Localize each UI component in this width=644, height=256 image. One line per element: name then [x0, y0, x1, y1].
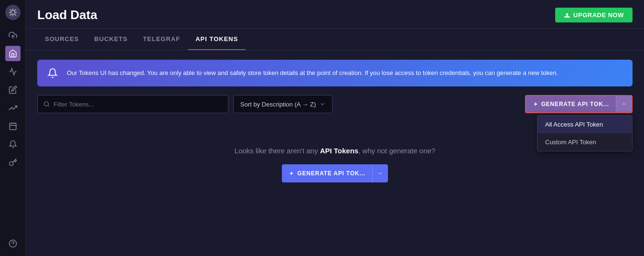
- generate-api-token-button[interactable]: GENERATE API TOK...: [525, 95, 633, 113]
- empty-state-generate-button[interactable]: GENERATE API TOK...: [282, 164, 387, 182]
- svg-point-17: [44, 102, 49, 106]
- upgrade-icon: [564, 12, 570, 19]
- bell-icon: [46, 66, 59, 80]
- svg-line-5: [10, 10, 11, 11]
- svg-line-8: [10, 14, 11, 16]
- search-icon: [43, 101, 50, 107]
- sidebar-item-home[interactable]: [5, 46, 21, 61]
- sort-button-label: Sort by Description (A → Z): [240, 101, 316, 108]
- sidebar-item-help[interactable]: [5, 236, 21, 251]
- dropdown-item-all-access[interactable]: All Access API Token: [537, 116, 632, 133]
- svg-line-6: [14, 14, 16, 16]
- tab-bar: SOURCES BUCKETS TELEGRAF API TOKENS: [26, 29, 644, 50]
- main-content: Load Data UPGRADE NOW SOURCES BUCKETS TE…: [26, 0, 644, 256]
- app-logo[interactable]: [5, 5, 21, 20]
- upgrade-button[interactable]: UPGRADE NOW: [555, 8, 633, 22]
- sidebar-item-calendar[interactable]: [5, 118, 21, 134]
- empty-text-bold: API Tokens: [320, 147, 359, 155]
- svg-rect-10: [10, 123, 16, 130]
- generate-dropdown: All Access API Token Custom API Token: [537, 115, 633, 151]
- center-generate-label: GENERATE API TOK...: [297, 170, 365, 177]
- sidebar-item-trending[interactable]: [5, 100, 21, 116]
- filter-row: Sort by Description (A → Z) GENERATE API…: [37, 95, 633, 113]
- empty-text-after: , why not generate one?: [358, 147, 435, 155]
- sidebar-item-bell[interactable]: [5, 137, 21, 152]
- chevron-up-icon: [621, 101, 627, 107]
- plus-icon: [533, 101, 538, 107]
- filter-input-wrapper[interactable]: [37, 95, 228, 113]
- banner-text: Our Tokens UI has changed. You are only …: [67, 68, 558, 78]
- sidebar-item-edit[interactable]: [5, 82, 21, 97]
- page-header: Load Data UPGRADE NOW: [26, 0, 644, 29]
- sidebar-item-key[interactable]: [5, 155, 21, 170]
- tab-buckets[interactable]: BUCKETS: [86, 29, 135, 50]
- generate-button-main[interactable]: GENERATE API TOK...: [526, 96, 616, 112]
- center-generate-arrow[interactable]: [373, 164, 388, 182]
- generate-button-arrow[interactable]: [616, 96, 632, 112]
- page-title: Load Data: [37, 8, 97, 22]
- center-generate-main[interactable]: GENERATE API TOK...: [282, 164, 372, 182]
- sidebar-item-chart[interactable]: [5, 64, 21, 79]
- info-banner: Our Tokens UI has changed. You are only …: [37, 60, 633, 86]
- dropdown-item-custom[interactable]: Custom API Token: [537, 133, 632, 151]
- sidebar: [0, 0, 26, 256]
- plus-icon-center: [289, 171, 294, 176]
- filter-input[interactable]: [54, 101, 222, 108]
- upgrade-button-label: UPGRADE NOW: [573, 11, 624, 19]
- content-area: Our Tokens UI has changed. You are only …: [26, 50, 644, 256]
- sidebar-item-upload[interactable]: [5, 28, 21, 43]
- chevron-down-center-icon: [377, 171, 383, 176]
- tab-api-tokens[interactable]: API TOKENS: [188, 29, 246, 50]
- empty-state-text: Looks like there aren't any API Tokens, …: [235, 147, 435, 155]
- chevron-down-icon: [320, 101, 325, 107]
- sort-button[interactable]: Sort by Description (A → Z): [233, 95, 333, 113]
- tab-telegraf[interactable]: TELEGRAF: [135, 29, 188, 50]
- svg-line-7: [14, 10, 16, 11]
- tab-sources[interactable]: SOURCES: [37, 29, 86, 50]
- svg-point-0: [11, 11, 14, 14]
- generate-button-label: GENERATE API TOK...: [541, 101, 609, 107]
- empty-text-before: Looks like there aren't any: [235, 147, 320, 155]
- generate-button-wrapper: GENERATE API TOK... All Access API Token…: [525, 95, 633, 113]
- svg-line-18: [48, 106, 49, 107]
